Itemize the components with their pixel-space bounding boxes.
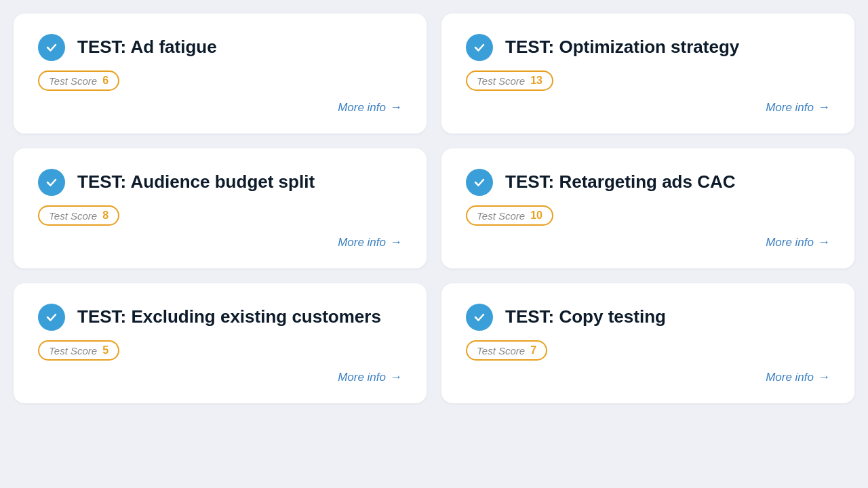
more-info-label: More info [766, 236, 814, 249]
card-footer: More info → [466, 370, 830, 384]
card-header: TEST: Optimization strategy [466, 34, 830, 61]
check-icon [466, 304, 493, 331]
score-label: Test Score [49, 345, 97, 357]
more-info-link[interactable]: More info → [766, 370, 830, 384]
more-info-link[interactable]: More info → [766, 100, 830, 115]
more-info-label: More info [766, 371, 814, 384]
arrow-icon: → [818, 100, 830, 115]
card-header: TEST: Excluding existing customers [38, 304, 402, 331]
arrow-icon: → [390, 100, 402, 115]
more-info-link[interactable]: More info → [338, 235, 402, 249]
card-title: TEST: Retargeting ads CAC [505, 171, 736, 192]
arrow-icon: → [390, 370, 402, 384]
card-header: TEST: Copy testing [466, 304, 830, 331]
card-retargeting-ads-cac: TEST: Retargeting ads CAC Test Score 10 … [441, 148, 854, 268]
more-info-label: More info [766, 101, 814, 115]
card-footer: More info → [38, 100, 402, 115]
score-value: 6 [102, 75, 108, 87]
card-title: TEST: Optimization strategy [505, 37, 739, 58]
check-icon [38, 34, 65, 61]
check-icon [466, 169, 493, 196]
score-badge: Test Score 5 [38, 340, 119, 361]
score-value: 10 [530, 209, 542, 222]
score-badge: Test Score 10 [466, 205, 553, 226]
card-header: TEST: Audience budget split [38, 169, 402, 196]
card-footer: More info → [38, 370, 402, 384]
more-info-link[interactable]: More info → [766, 235, 830, 249]
score-label: Test Score [49, 75, 97, 87]
arrow-icon: → [390, 235, 402, 249]
check-icon [38, 304, 65, 331]
score-label: Test Score [477, 345, 525, 357]
card-audience-budget-split: TEST: Audience budget split Test Score 8… [14, 148, 427, 268]
more-info-link[interactable]: More info → [338, 100, 402, 115]
score-label: Test Score [477, 210, 525, 222]
check-icon [466, 34, 493, 61]
score-badge: Test Score 8 [38, 205, 119, 226]
score-label: Test Score [49, 210, 97, 222]
card-optimization-strategy: TEST: Optimization strategy Test Score 1… [441, 14, 854, 134]
card-header: TEST: Retargeting ads CAC [466, 169, 830, 196]
score-label: Test Score [477, 75, 525, 87]
score-value: 8 [102, 209, 108, 222]
arrow-icon: → [818, 235, 830, 249]
card-excluding-existing-customers: TEST: Excluding existing customers Test … [14, 283, 427, 403]
score-value: 7 [530, 344, 536, 357]
card-footer: More info → [38, 235, 402, 249]
score-value: 13 [530, 75, 542, 87]
card-grid: TEST: Ad fatigue Test Score 6 More info … [14, 14, 854, 403]
more-info-label: More info [338, 101, 386, 115]
card-header: TEST: Ad fatigue [38, 34, 402, 61]
more-info-label: More info [338, 236, 386, 249]
score-badge: Test Score 13 [466, 70, 553, 91]
card-ad-fatigue: TEST: Ad fatigue Test Score 6 More info … [14, 14, 427, 134]
score-value: 5 [102, 344, 108, 357]
check-icon [38, 169, 65, 196]
card-title: TEST: Ad fatigue [77, 37, 217, 58]
card-copy-testing: TEST: Copy testing Test Score 7 More inf… [441, 283, 854, 403]
more-info-link[interactable]: More info → [338, 370, 402, 384]
card-footer: More info → [466, 100, 830, 115]
card-title: TEST: Audience budget split [77, 171, 315, 192]
card-title: TEST: Copy testing [505, 306, 666, 327]
card-footer: More info → [466, 235, 830, 249]
arrow-icon: → [818, 370, 830, 384]
score-badge: Test Score 7 [466, 340, 547, 361]
more-info-label: More info [338, 371, 386, 384]
card-title: TEST: Excluding existing customers [77, 306, 381, 327]
score-badge: Test Score 6 [38, 70, 119, 91]
